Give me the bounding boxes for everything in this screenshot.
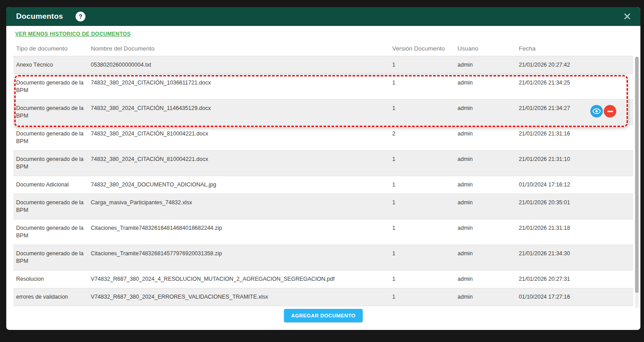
table-scrollbar[interactable] <box>635 57 639 308</box>
table-row[interactable]: Resolucion V74832_R687_380_2024_4_RESOLU… <box>13 270 633 288</box>
scrollbar-thumb[interactable] <box>635 57 639 293</box>
table-row[interactable]: Documento generado de la BPM Carga_masiv… <box>13 194 633 220</box>
close-icon[interactable]: ✕ <box>623 12 631 22</box>
table-row[interactable]: Documento generado de la BPM 74832_380_2… <box>13 125 633 151</box>
cell-tipo-documento: Documento generado de la BPM <box>13 194 91 219</box>
modal-header: Documentos ? ✕ <box>6 7 640 26</box>
eye-icon <box>592 107 601 116</box>
cell-usuario: admin <box>458 220 519 245</box>
cell-tipo-documento: Documento generado de la BPM <box>13 74 91 99</box>
cell-usuario: admin <box>458 194 519 219</box>
cell-nombre-documento: 05380202600000004.txt <box>91 56 392 74</box>
table-row[interactable]: Documento generado de la BPM Citaciones_… <box>13 245 633 270</box>
column-header-fecha: Fecha <box>519 45 633 52</box>
add-document-button[interactable]: AGREGAR DOCUMENTO <box>284 309 363 322</box>
cell-fecha: 21/01/2026 21:31:16 <box>519 125 633 150</box>
cell-usuario: admin <box>458 245 519 270</box>
cell-usuario: admin <box>458 270 519 288</box>
cell-fecha: 01/10/2024 17:27:16 <box>519 288 633 306</box>
cell-fecha: 21/01/2026 20:27:31 <box>519 270 633 288</box>
table-row[interactable]: Documento generado de la BPM 74832_380_2… <box>13 100 633 125</box>
cell-tipo-documento: Anexo Técnico <box>13 56 91 74</box>
cell-version-documento: 1 <box>392 56 458 74</box>
table-header-row: Tipo de documento Nombre del Documento V… <box>13 41 633 56</box>
cell-usuario: admin <box>458 100 519 125</box>
cell-fecha: 21/01/2026 20:35:01 <box>519 194 633 219</box>
document-table-body: Anexo Técnico 05380202600000004.txt 1 ad… <box>13 56 633 308</box>
cell-nombre-documento: V74832_R687_380_2024_ERRORES_VALIDACIONE… <box>91 288 392 306</box>
cell-usuario: admin <box>458 74 519 99</box>
column-header-nombre: Nombre del Documento <box>91 45 392 52</box>
cell-version-documento: 1 <box>392 151 458 176</box>
documents-modal: Documentos ? ✕ VER MENOS HISTORICO DE DO… <box>6 7 640 330</box>
documents-table: Tipo de documento Nombre del Documento V… <box>13 41 633 308</box>
table-row[interactable]: Documento generado de la BPM 74832_380_2… <box>13 151 633 176</box>
cell-tipo-documento: errores de validacion <box>13 288 91 306</box>
cell-nombre-documento: V74832_R687_380_2024_4_RESOLUCION_MUTACI… <box>91 270 392 288</box>
modal-title: Documentos <box>16 12 63 21</box>
cell-version-documento: 1 <box>392 220 458 245</box>
cell-fecha: 21/01/2026 21:31:10 <box>519 151 633 176</box>
column-header-version: Versión Documento <box>392 45 458 52</box>
cell-nombre-documento: 74832_380_2024_DOCUMENTO_ADICIONAL.jpg <box>91 176 392 194</box>
cell-nombre-documento: 74832_380_2024_CITACIÓN_810004221.docx <box>91 125 392 150</box>
cell-tipo-documento: Documento generado de la BPM <box>13 151 91 176</box>
table-row[interactable]: errores de validacion V74832_R687_380_20… <box>13 288 633 306</box>
cell-nombre-documento: Citaciones_Tramite7483268145779769200313… <box>91 245 392 270</box>
cell-tipo-documento: Documento generado de la BPM <box>13 125 91 150</box>
cell-tipo-documento: Documento generado de la BPM <box>13 100 91 125</box>
cell-usuario: admin <box>458 56 519 74</box>
cell-version-documento: 1 <box>392 194 458 219</box>
cell-fecha: 21/01/2026 21:31:18 <box>519 220 633 245</box>
cell-tipo-documento: Resolucion <box>13 270 91 288</box>
modal-body: VER MENOS HISTORICO DE DOCUMENTOS Tipo d… <box>6 26 640 330</box>
cell-nombre-documento: Citaciones_Tramite7483261648146840186822… <box>91 220 392 245</box>
cell-usuario: admin <box>458 151 519 176</box>
cell-version-documento: 1 <box>392 176 458 194</box>
cell-version-documento: 2 <box>392 125 458 150</box>
column-header-tipo: Tipo de documento <box>13 45 91 52</box>
cell-usuario: admin <box>458 125 519 150</box>
cell-nombre-documento: 74832_380_2024_CITACIÓN_1146435129.docx <box>91 100 392 125</box>
cell-fecha: 01/10/2024 17:16:12 <box>519 176 633 194</box>
cell-usuario: admin <box>458 288 519 306</box>
cell-tipo-documento: Documento generado de la BPM <box>13 220 91 245</box>
table-row[interactable]: Documento generado de la BPM 74832_380_2… <box>13 74 633 100</box>
cell-tipo-documento: Documento generado de la BPM <box>13 245 91 270</box>
toggle-history-link[interactable]: VER MENOS HISTORICO DE DOCUMENTOS <box>15 31 131 37</box>
cell-version-documento: 1 <box>392 270 458 288</box>
cell-version-documento: 1 <box>392 100 458 125</box>
table-row[interactable]: Documento generado de la BPM Citaciones_… <box>13 220 633 245</box>
cell-fecha: 21/01/2026 21:34:25 <box>519 74 633 99</box>
help-icon[interactable]: ? <box>76 12 85 21</box>
remove-document-button[interactable] <box>604 105 616 118</box>
cell-fecha: 21/01/2026 20:27:42 <box>519 56 633 74</box>
cell-fecha: 21/01/2026 21:34:30 <box>519 245 633 270</box>
table-row[interactable]: Anexo Técnico 05380202600000004.txt 1 ad… <box>13 56 633 74</box>
cell-version-documento: 1 <box>392 74 458 99</box>
column-header-usuario: Usuario <box>458 45 519 52</box>
cell-tipo-documento: Documento Adicional <box>13 176 91 194</box>
minus-icon <box>607 110 613 112</box>
table-row[interactable]: Documento Adicional 74832_380_2024_DOCUM… <box>13 176 633 194</box>
modal-footer: AGREGAR DOCUMENTO <box>13 308 633 329</box>
cell-nombre-documento: 74832_380_2024_CITACIÓN_810004221.docx <box>91 151 392 176</box>
view-document-button[interactable] <box>590 105 603 118</box>
cell-version-documento: 1 <box>392 245 458 270</box>
cell-usuario: admin <box>458 176 519 194</box>
cell-version-documento: 1 <box>392 288 458 306</box>
cell-nombre-documento: 74832_380_2024_CITACIÓN_1036611721.docx <box>91 74 392 99</box>
row-actions <box>590 105 616 118</box>
cell-nombre-documento: Carga_masiva_Participantes_74832.xlsx <box>91 194 392 219</box>
